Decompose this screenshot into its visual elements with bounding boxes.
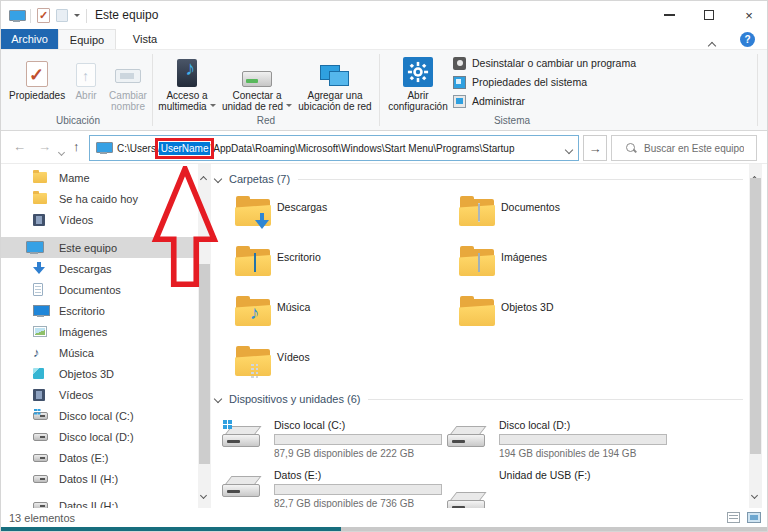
quick-access-toolbar [9, 8, 87, 23]
recent-locations-dropdown-icon[interactable] [59, 142, 64, 160]
videos-icon [33, 389, 45, 401]
folder-item-imagenes[interactable]: Imágenes [453, 243, 668, 287]
objects-3d-icon [33, 368, 44, 379]
sidebar-item-datos-ii-h[interactable]: Datos II (H:) [1, 468, 197, 489]
folder-item-documentos[interactable]: Documentos [453, 193, 668, 237]
main-scrollbar[interactable] [749, 164, 762, 508]
new-folder-quick-icon[interactable] [56, 9, 68, 22]
explorer-window: Este equipo × Archivo Equipo Vista ? Pro… [0, 0, 768, 532]
scrollbar-thumb[interactable] [750, 178, 761, 454]
map-network-drive-button[interactable]: Conectar a unidad de red [221, 53, 293, 112]
videos-folder-icon [235, 345, 271, 376]
disk-usage-bar [274, 484, 442, 495]
ribbon: Propiedades Abrir Cambiar nombre Ubicaci… [1, 49, 768, 131]
address-dropdown-icon[interactable] [566, 139, 572, 157]
collapse-ribbon-icon[interactable] [709, 35, 717, 43]
system-drive-icon [222, 423, 262, 447]
details-view-icon[interactable] [727, 512, 740, 523]
minimize-button[interactable] [649, 1, 689, 29]
rename-button: Cambiar nombre [105, 53, 151, 112]
back-button[interactable]: ← [13, 138, 26, 156]
scroll-down-icon[interactable] [201, 484, 206, 502]
address-bar[interactable]: C:\Users\UserName\AppData\Roaming\Micros… [89, 135, 579, 161]
tab-equipo[interactable]: Equipo [58, 29, 116, 49]
open-icon [76, 63, 96, 87]
large-icons-view-icon[interactable] [747, 512, 761, 523]
customize-toolbar-dropdown-icon[interactable] [74, 14, 80, 20]
sidebar-item-este-equipo[interactable]: Este equipo [1, 237, 197, 258]
tab-archivo[interactable]: Archivo [1, 29, 58, 49]
search-input[interactable] [644, 143, 744, 154]
scroll-down-icon[interactable] [752, 484, 757, 502]
sidebar-item-escritorio[interactable]: Escritorio [1, 300, 197, 321]
drive-icon [33, 475, 48, 483]
music-icon: ♪ [33, 346, 40, 359]
drive-icon [222, 473, 262, 497]
sidebar-item-disco-local-d[interactable]: Disco local (D:) [1, 426, 197, 447]
sidebar-scrollbar[interactable] [198, 164, 211, 508]
path-prefix: C:\Users\ [117, 143, 159, 154]
window-title: Este equipo [95, 8, 158, 22]
settings-gear-icon [403, 57, 433, 87]
help-icon[interactable]: ? [740, 32, 755, 47]
properties-button[interactable]: Propiedades [9, 53, 65, 101]
sidebar-item-musica[interactable]: ♪Música [1, 342, 197, 363]
sidebar-item-videos[interactable]: Vídeos [1, 384, 197, 405]
search-icon [626, 143, 636, 153]
drive-item-disco-local-d[interactable]: Disco local (D:) 194 GB disponibles de 1… [441, 413, 661, 461]
properties-quick-icon[interactable] [37, 8, 50, 23]
sidebar-item-disco-local-c[interactable]: Disco local (C:) [1, 405, 197, 426]
file-list-pane: Carpetas (7) Descargas Documentos Escrit… [211, 164, 749, 508]
folder-item-videos[interactable]: Vídeos [229, 343, 444, 387]
search-box[interactable] [611, 135, 757, 161]
ribbon-tabs: Archivo Equipo Vista ? [1, 29, 768, 49]
sidebar-item-videos-library[interactable]: Vídeos [1, 209, 197, 230]
drive-item-datos-e[interactable]: Datos (E:) 82,7 GB disponibles de 736 GB [216, 463, 436, 508]
sidebar-item-objetos-3d[interactable]: Objetos 3D [1, 363, 197, 384]
desktop-icon [33, 305, 48, 317]
collapse-section-icon [214, 175, 222, 183]
go-to-button[interactable]: → [583, 135, 607, 161]
title-bar: Este equipo × [1, 1, 768, 29]
disk-usage-bar [499, 434, 667, 445]
scroll-up-icon[interactable] [201, 168, 206, 186]
devices-section-header[interactable]: Dispositivos y unidades (6) [215, 391, 743, 407]
sidebar-item-datos-e[interactable]: Datos (E:) [1, 447, 197, 468]
add-network-location-button[interactable]: Agregar una ubicación de red [295, 53, 375, 112]
scrollbar-thumb[interactable] [199, 264, 210, 464]
objects-3d-folder-icon [459, 295, 495, 326]
folders-section-header[interactable]: Carpetas (7) [215, 171, 743, 187]
sidebar-item-imagenes[interactable]: Imágenes [1, 321, 197, 342]
up-button[interactable]: ↑ [73, 138, 80, 156]
drive-icon [33, 433, 48, 441]
pictures-icon [33, 326, 47, 337]
open-settings-button[interactable]: Abrir configuración [387, 53, 449, 112]
sidebar-item-descargas[interactable]: Descargas [1, 258, 197, 279]
folder-item-escritorio[interactable]: Escritorio [229, 243, 444, 287]
uninstall-program-button[interactable]: Desinstalar o cambiar un programa [453, 55, 636, 71]
collapse-section-icon [214, 395, 222, 403]
path-username-highlighted: UserName [159, 142, 211, 155]
system-properties-button[interactable]: Propiedades del sistema [453, 74, 587, 90]
network-drive-icon [242, 71, 272, 87]
forward-button[interactable]: → [38, 138, 51, 156]
sidebar-item-documentos[interactable]: Documentos [1, 279, 197, 300]
drive-item-disco-local-c[interactable]: Disco local (C:) 87,9 GB disponibles de … [216, 413, 436, 461]
media-server-icon [177, 59, 197, 87]
drive-item-unidad-usb-f[interactable]: Unidad de USB (F:) [441, 463, 661, 508]
close-button[interactable]: × [729, 1, 768, 29]
open-button: Abrir [67, 53, 105, 101]
maximize-button[interactable] [689, 1, 729, 29]
music-folder-icon: ♪ [235, 295, 271, 326]
folder-item-objetos-3d[interactable]: Objetos 3D [453, 293, 668, 337]
navigation-bar: ← → ↑ C:\Users\UserName\AppData\Roaming\… [1, 131, 768, 164]
folder-item-descargas[interactable]: Descargas [229, 193, 444, 237]
sidebar-item-se-ha-caido-hoy[interactable]: Se ha caido hoy [1, 188, 197, 209]
tab-vista[interactable]: Vista [116, 29, 174, 49]
bottom-strip [1, 527, 768, 532]
folder-item-musica[interactable]: ♪ Música [229, 293, 444, 337]
manage-button[interactable]: Administrar [453, 93, 525, 109]
sidebar-item-datos-ii-h-clipped[interactable]: Datos II (H:) [1, 495, 197, 508]
media-access-button[interactable]: Acceso a multimedia [157, 53, 217, 112]
sidebar-item-mame[interactable]: Mame [1, 167, 197, 188]
